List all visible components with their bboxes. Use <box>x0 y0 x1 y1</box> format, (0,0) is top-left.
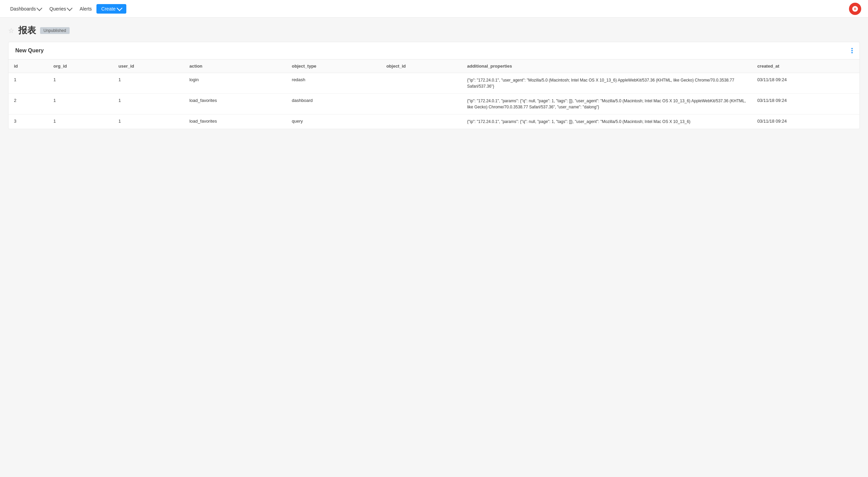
widget-card: New Query id org_id user_id action objec… <box>8 42 860 129</box>
cell-object-type: dashboard <box>286 94 381 114</box>
create-chevron-icon <box>117 5 123 11</box>
cell-additional-props: {"ip": "172.24.0.1", "params": {"q": nul… <box>462 114 752 129</box>
create-label: Create <box>101 6 115 12</box>
col-org-id: org_id <box>48 59 113 73</box>
cell-org-id: 1 <box>48 114 113 129</box>
col-object-type: object_type <box>286 59 381 73</box>
svg-point-0 <box>854 10 855 11</box>
cell-id: 1 <box>8 73 48 94</box>
cell-created-at: 03/11/18 09:24 <box>752 114 860 129</box>
page-header: ☆ 报表 Unpublished <box>0 18 868 42</box>
dashboards-nav[interactable]: Dashboards <box>7 4 45 14</box>
cell-object-id <box>381 94 462 114</box>
main-content: New Query id org_id user_id action objec… <box>0 42 868 137</box>
app-logo <box>849 3 861 15</box>
table-body: 111loginredash{"ip": "172.24.0.1", "user… <box>8 73 860 129</box>
cell-action: load_favorites <box>184 94 287 114</box>
col-additional-properties: additional_properties <box>462 59 752 73</box>
more-dot-1 <box>851 48 853 49</box>
alerts-nav[interactable]: Alerts <box>76 4 95 14</box>
queries-label: Queries <box>50 6 66 12</box>
header-row: id org_id user_id action object_type obj… <box>8 59 860 73</box>
cell-action: login <box>184 73 287 94</box>
more-dot-3 <box>851 52 853 53</box>
cell-user-id: 1 <box>113 73 184 94</box>
alerts-label: Alerts <box>80 6 92 12</box>
more-options-button[interactable] <box>851 48 853 53</box>
page-title: 报表 <box>18 24 36 36</box>
table-row: 311load_favoritesquery{"ip": "172.24.0.1… <box>8 114 860 129</box>
data-table: id org_id user_id action object_type obj… <box>8 59 860 129</box>
cell-object-id <box>381 114 462 129</box>
create-button[interactable]: Create <box>96 4 126 14</box>
col-object-id: object_id <box>381 59 462 73</box>
col-created-at: created_at <box>752 59 860 73</box>
dashboards-chevron-icon <box>36 5 42 11</box>
cell-additional-props: {"ip": "172.24.0.1", "params": {"q": nul… <box>462 94 752 114</box>
cell-created-at: 03/11/18 09:24 <box>752 94 860 114</box>
queries-chevron-icon <box>67 5 72 11</box>
cell-object-type: redash <box>286 73 381 94</box>
logo-icon <box>852 5 858 12</box>
table-container: id org_id user_id action object_type obj… <box>8 59 860 129</box>
cell-user-id: 1 <box>113 114 184 129</box>
table-header: id org_id user_id action object_type obj… <box>8 59 860 73</box>
favorite-star-icon[interactable]: ☆ <box>8 26 14 35</box>
col-user-id: user_id <box>113 59 184 73</box>
cell-user-id: 1 <box>113 94 184 114</box>
more-dot-2 <box>851 50 853 51</box>
status-badge: Unpublished <box>40 27 70 34</box>
cell-object-type: query <box>286 114 381 129</box>
widget-header: New Query <box>8 42 860 59</box>
navbar-left: Dashboards Queries Alerts Create <box>7 4 126 14</box>
table-row: 211load_favoritesdashboard{"ip": "172.24… <box>8 94 860 114</box>
cell-id: 2 <box>8 94 48 114</box>
cell-created-at: 03/11/18 09:24 <box>752 73 860 94</box>
queries-nav[interactable]: Queries <box>46 4 75 14</box>
cell-org-id: 1 <box>48 94 113 114</box>
cell-additional-props: {"ip": "172.24.0.1", "user_agent": "Mozi… <box>462 73 752 94</box>
dashboards-label: Dashboards <box>10 6 36 12</box>
cell-id: 3 <box>8 114 48 129</box>
widget-title: New Query <box>15 48 44 54</box>
navbar: Dashboards Queries Alerts Create <box>0 0 868 18</box>
cell-action: load_favorites <box>184 114 287 129</box>
col-action: action <box>184 59 287 73</box>
cell-object-id <box>381 73 462 94</box>
col-id: id <box>8 59 48 73</box>
table-row: 111loginredash{"ip": "172.24.0.1", "user… <box>8 73 860 94</box>
cell-org-id: 1 <box>48 73 113 94</box>
